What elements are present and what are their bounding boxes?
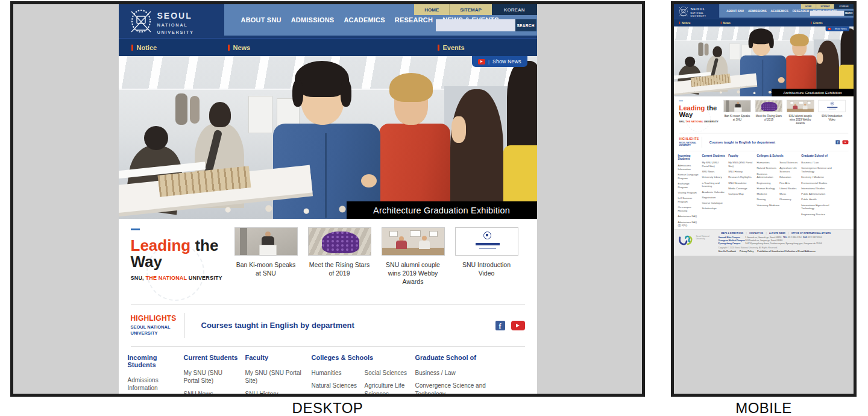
- show-news-button[interactable]: | Show News: [472, 56, 527, 67]
- sitemap-button[interactable]: SITEMAP: [816, 4, 834, 9]
- footer-link[interactable]: Business Administration: [756, 172, 779, 179]
- footer-quick-link[interactable]: OFFICE OF INTERNATIONAL AFFAIRS: [788, 232, 834, 235]
- footer-link[interactable]: Engineering: [756, 181, 779, 184]
- footer-link[interactable]: Engineering Practice: [801, 212, 834, 216]
- nav-item[interactable]: RESEARCH: [395, 16, 433, 24]
- footer-link[interactable]: Registration: [702, 195, 726, 199]
- footer-link[interactable]: Fine Arts: [779, 181, 801, 184]
- footer-link[interactable]: Media Coverage: [728, 186, 754, 190]
- highlight-headline-link[interactable]: Courses taught in English by department: [709, 140, 836, 143]
- search-input[interactable]: [436, 19, 515, 31]
- footer-link[interactable]: Admissions Information: [678, 164, 699, 171]
- footer-link[interactable]: Nursing: [756, 198, 779, 201]
- footer-link[interactable]: SNU History: [728, 170, 754, 174]
- facebook-icon[interactable]: f: [835, 140, 840, 144]
- footer-link[interactable]: Humanities: [756, 161, 779, 165]
- footer-link[interactable]: Agriculture Life Sciences: [779, 166, 801, 174]
- story-ban-ki-moon[interactable]: Ban Ki-moon Speaks at SNU: [234, 227, 298, 286]
- footer-link[interactable]: Business / Law: [801, 161, 834, 165]
- nav-item[interactable]: ABOUT SNU: [726, 10, 744, 13]
- footer-link[interactable]: My SNU (SNU Portal Site): [245, 369, 306, 385]
- footer-link[interactable]: International Agricultural Technology: [801, 203, 834, 210]
- logo-wordmark[interactable]: SEOUL NATIONAL UNIVERSITY: [690, 7, 706, 17]
- footer-link[interactable]: Veterinary Medicine: [756, 203, 779, 207]
- footer-link[interactable]: Research Highlights: [728, 175, 754, 179]
- story-intro-video[interactable]: SNU Introduction Video: [455, 227, 518, 286]
- footer-link[interactable]: SNU News: [184, 390, 239, 397]
- nav-item[interactable]: ACADEMICS: [344, 16, 385, 24]
- korean-button[interactable]: KOREAN: [492, 4, 537, 15]
- footer-link[interactable]: Visiting Program: [678, 191, 699, 195]
- home-button[interactable]: HOME: [801, 4, 816, 9]
- footer-link[interactable]: Social Sciences: [779, 161, 801, 165]
- footer-link[interactable]: Public Administration: [801, 192, 834, 196]
- footer-link[interactable]: Social Sciences: [365, 369, 415, 377]
- footer-link[interactable]: Business / Law: [415, 369, 491, 377]
- footer-link[interactable]: Music: [779, 192, 801, 196]
- footer-link[interactable]: Humanities: [312, 369, 365, 377]
- footer-link[interactable]: Natural Sciences: [312, 382, 365, 390]
- footer-link[interactable]: My SNU (SNU Portal Site): [728, 161, 754, 168]
- korean-button[interactable]: KOREAN: [834, 4, 854, 9]
- youtube-icon[interactable]: [843, 140, 849, 144]
- footer-link[interactable]: Pharmacy: [779, 198, 801, 201]
- home-button[interactable]: HOME: [414, 4, 449, 15]
- nav-item[interactable]: ADMISSIONS: [748, 10, 767, 13]
- footer-link[interactable]: Dentistry / Medicine: [801, 175, 834, 179]
- nav-item[interactable]: ADMISSIONS: [291, 16, 335, 24]
- story-rising-stars[interactable]: Meet the Rising Stars of 2019: [308, 227, 371, 286]
- ticker-tab[interactable]: Notice: [131, 39, 157, 57]
- footer-link[interactable]: Admissions FAQ: [678, 215, 699, 218]
- footer-link[interactable]: Human Ecology: [756, 186, 779, 190]
- footer-quick-link[interactable]: A-Z SITE INDEX: [766, 232, 788, 235]
- facebook-icon[interactable]: f: [495, 321, 505, 330]
- nav-item[interactable]: ACADEMICS: [771, 10, 788, 13]
- legal-link[interactable]: Prohibition of Unauthorized Collection o…: [757, 250, 816, 252]
- story-intro-video[interactable]: SNU Introduction Video: [819, 100, 846, 125]
- ticker-tab[interactable]: Notice: [679, 19, 690, 27]
- footer-link[interactable]: Convergence Science and Technology: [801, 166, 834, 174]
- ticker-tab[interactable]: Events: [811, 19, 822, 27]
- footer-link[interactable]: Admissions Information: [128, 376, 178, 392]
- ticker-tab[interactable]: News: [228, 39, 251, 57]
- footer-link[interactable]: SNU History: [245, 390, 306, 397]
- show-news-button[interactable]: | Show News: [826, 27, 849, 31]
- legal-link[interactable]: Privacy Policy: [740, 250, 753, 252]
- footer-link[interactable]: Public Health: [801, 198, 834, 201]
- footer-link[interactable]: SNU Newsletter: [728, 181, 754, 184]
- footer-link[interactable]: Education: [779, 175, 801, 179]
- footer-link[interactable]: Course Catalogue: [702, 201, 726, 205]
- footer-link[interactable]: On-campus Housing: [678, 206, 699, 213]
- footer-link[interactable]: Korean Language Program: [678, 173, 699, 180]
- highlight-headline-link[interactable]: Courses taught in English by department: [201, 321, 495, 330]
- story-webby-awards[interactable]: SNU alumni couple wins 2019 Webby Awards: [787, 100, 814, 125]
- footer-link[interactable]: Admissions FAQ (한국어): [678, 220, 699, 227]
- story-ban-ki-moon[interactable]: Ban Ki-moon Speaks at SNU: [723, 100, 750, 125]
- search-button[interactable]: SEARCH: [844, 11, 854, 16]
- footer-link[interactable]: Liberal Studies: [779, 186, 801, 190]
- footer-link[interactable]: Convergence Science and Technology: [415, 382, 491, 397]
- footer-link[interactable]: Environmental Studies: [801, 181, 834, 184]
- logo-wordmark[interactable]: SEOUL NATIONAL UNIVERSITY: [157, 11, 194, 35]
- footer-link[interactable]: University Library: [702, 175, 726, 179]
- legal-link[interactable]: Give Us Feedback: [718, 250, 736, 252]
- footer-link[interactable]: Int'l Summer Program: [678, 197, 699, 204]
- footer-link[interactable]: SNU News: [702, 170, 726, 174]
- footer-link[interactable]: Natural Sciences: [756, 166, 779, 170]
- story-webby-awards[interactable]: SNU alumni couple wins 2019 Webby Awards: [382, 227, 445, 286]
- footer-quick-link[interactable]: CONTACT US: [746, 232, 766, 235]
- ticker-tab[interactable]: Events: [438, 39, 465, 57]
- youtube-icon[interactable]: [511, 321, 525, 330]
- search-button[interactable]: SEARCH: [515, 19, 536, 31]
- footer-link[interactable]: Exchange Program: [678, 182, 699, 189]
- footer-link[interactable]: Academic Calendar: [702, 190, 726, 194]
- footer-link[interactable]: My SNU (SNU Portal Site): [184, 369, 239, 385]
- story-rising-stars[interactable]: Meet the Rising Stars of 2019: [755, 100, 782, 125]
- snu-crest-logo[interactable]: [128, 7, 154, 35]
- nav-item[interactable]: RESEARCH: [793, 10, 809, 13]
- footer-link[interactable]: Agriculture Life Sciences: [365, 382, 415, 397]
- footer-quick-link[interactable]: MAPS & DIRECTIONS: [718, 232, 746, 235]
- footer-link[interactable]: International Studies: [801, 186, 834, 190]
- footer-link[interactable]: e-Teaching and Learning: [702, 181, 726, 188]
- footer-link[interactable]: Medicine: [756, 192, 779, 196]
